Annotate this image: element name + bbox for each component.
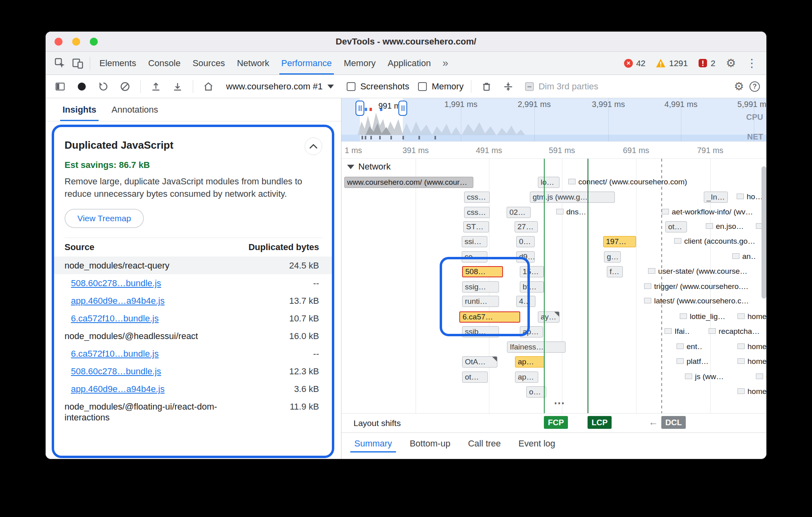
network-request[interactable]: ST… xyxy=(463,221,489,232)
record-button[interactable] xyxy=(74,79,90,95)
tab-sources[interactable]: Sources xyxy=(186,52,231,75)
upload-profile-icon[interactable] xyxy=(148,79,164,95)
dcl-marker-badge[interactable]: DCL xyxy=(661,416,686,429)
kebab-menu-icon[interactable]: ⋮ xyxy=(746,58,757,69)
network-request[interactable]: client (accounts.go… xyxy=(674,236,767,247)
tab-application[interactable]: Application xyxy=(382,52,437,75)
console-warnings-badge[interactable]: 1291 xyxy=(656,59,688,68)
overview-window-left-handle[interactable] xyxy=(356,101,364,116)
network-request[interactable]: runti… xyxy=(462,296,499,307)
inspect-icon[interactable] xyxy=(51,55,69,71)
network-request[interactable]: ssi… xyxy=(462,236,487,247)
network-request[interactable]: OtA… xyxy=(462,356,497,368)
tab-annotations[interactable]: Annotations xyxy=(106,98,164,121)
tab-event-log[interactable]: Event log xyxy=(510,433,564,454)
network-request[interactable]: an… xyxy=(732,251,755,263)
memory-checkbox[interactable]: Memory xyxy=(418,81,463,92)
fcp-marker-badge[interactable]: FCP xyxy=(544,416,568,429)
network-request[interactable]: aet-workflow-info/ (wv… xyxy=(662,207,767,218)
reload-and-record-button[interactable] xyxy=(95,79,111,95)
toggle-sidebar-icon[interactable] xyxy=(52,79,68,95)
network-request[interactable]: 0… xyxy=(516,236,535,247)
collapse-insight-button[interactable] xyxy=(305,137,322,155)
minimize-button[interactable] xyxy=(72,38,80,46)
network-request[interactable]: co… xyxy=(462,251,487,263)
source-file-link[interactable]: 508.60c278…bundle.js xyxy=(65,366,161,377)
network-request[interactable]: connect/ (www.coursehero.com) xyxy=(568,177,693,188)
network-request[interactable]: 197… xyxy=(603,236,636,247)
network-request[interactable]: d9… xyxy=(516,251,535,263)
scrollbar-thumb[interactable] xyxy=(762,166,766,299)
network-request[interactable]: 15… xyxy=(520,266,544,277)
network-request[interactable]: ay… xyxy=(538,311,560,323)
source-file-link[interactable]: app.460d9e…a94b4e.js xyxy=(65,384,165,394)
overview-window-right-handle[interactable] xyxy=(398,101,407,116)
network-request[interactable]: f… xyxy=(607,266,623,277)
download-profile-icon[interactable] xyxy=(170,79,186,95)
settings-gear-icon[interactable]: ⚙ xyxy=(726,58,736,69)
tab-console[interactable]: Console xyxy=(142,52,187,75)
tab-summary[interactable]: Summary xyxy=(345,433,401,454)
network-request[interactable]: www.coursehero.com/ (www.cour… xyxy=(344,177,473,188)
more-panels-icon[interactable]: » xyxy=(437,57,454,69)
network-request[interactable]: js (ww… xyxy=(685,372,731,383)
network-request[interactable]: en.jso… xyxy=(706,221,746,232)
capture-settings-icon[interactable] xyxy=(500,79,516,95)
network-request[interactable]: ent… xyxy=(677,341,703,353)
target-selector[interactable]: www.coursehero.com #1 xyxy=(222,81,338,92)
tab-insights[interactable]: Insights xyxy=(57,98,102,121)
network-request[interactable]: css… xyxy=(464,207,490,218)
help-icon[interactable]: ? xyxy=(749,81,760,92)
timeline-overview[interactable]: CPU NET 991 ms 1,991 ms2,991 ms3,991 ms4… xyxy=(341,98,767,141)
network-request[interactable]: lottie_lig… xyxy=(680,311,726,323)
network-request[interactable]: bf… xyxy=(520,281,544,293)
network-request[interactable]: o… xyxy=(526,386,546,398)
timeline-scrollbar[interactable] xyxy=(762,161,766,412)
more-requests-indicator[interactable]: ⋯ xyxy=(544,396,576,410)
network-request[interactable]: platf… xyxy=(677,356,709,368)
network-request[interactable]: ap… xyxy=(515,356,544,368)
network-request[interactable]: ssig… xyxy=(462,281,499,293)
network-request[interactable]: ap… xyxy=(515,372,538,383)
zoom-button[interactable] xyxy=(90,38,98,46)
dim-3rd-parties-checkbox[interactable]: Dim 3rd parties xyxy=(525,81,598,92)
network-request[interactable]: 508… xyxy=(462,266,503,277)
view-treemap-button[interactable]: View Treemap xyxy=(65,209,144,228)
lcp-marker-badge[interactable]: LCP xyxy=(588,416,612,429)
source-file-link[interactable]: 6.ca572f10…bundle.js xyxy=(65,348,159,359)
window-titlebar[interactable]: DevTools - www.coursehero.com/ xyxy=(46,32,766,52)
tab-call-tree[interactable]: Call tree xyxy=(459,433,510,454)
network-request[interactable]: recaptcha… xyxy=(709,326,765,337)
network-request[interactable]: ssib… xyxy=(462,326,499,337)
network-request[interactable]: css… xyxy=(464,192,490,203)
console-errors-badge[interactable]: × 42 xyxy=(624,59,645,68)
network-request[interactable]: trigger/ (www.coursehero.… xyxy=(644,281,766,293)
network-request[interactable]: ho… xyxy=(737,192,765,203)
device-toolbar-icon[interactable] xyxy=(69,55,87,71)
capture-gear-icon[interactable]: ⚙ xyxy=(734,81,744,92)
network-request[interactable]: 4… xyxy=(516,296,535,307)
network-request[interactable]: ot… xyxy=(462,372,488,383)
network-request[interactable]: ot… xyxy=(665,221,687,232)
network-request[interactable]: ap… xyxy=(520,326,543,337)
network-request[interactable]: Ifainess… xyxy=(507,341,566,353)
close-button[interactable] xyxy=(55,38,63,46)
tab-performance[interactable]: Performance xyxy=(275,52,338,75)
network-request[interactable]: lo… xyxy=(538,177,560,188)
network-request[interactable]: dns… xyxy=(556,207,585,218)
network-request[interactable]: _In… xyxy=(704,192,728,203)
tab-bottom-up[interactable]: Bottom-up xyxy=(401,433,459,454)
issues-badge[interactable]: 2 xyxy=(698,59,715,68)
source-file-link[interactable]: 6.ca572f10…bundle.js xyxy=(65,313,159,324)
network-request[interactable]: gtm.js (www.g… xyxy=(530,192,615,203)
collect-garbage-icon[interactable] xyxy=(479,79,495,95)
tab-elements[interactable]: Elements xyxy=(93,52,142,75)
network-request[interactable]: user-state/ (www.course… xyxy=(648,266,767,277)
network-request[interactable]: 27… xyxy=(515,221,538,232)
source-file-link[interactable]: 508.60c278…bundle.js xyxy=(65,278,161,289)
source-file-link[interactable]: app.460d9e…a94b4e.js xyxy=(65,295,165,306)
home-icon[interactable] xyxy=(200,79,216,95)
network-request[interactable]: 02… xyxy=(507,207,531,218)
network-request[interactable]: latest/ (www.coursehero.c… xyxy=(644,296,766,307)
screenshots-checkbox[interactable]: Screenshots xyxy=(347,81,409,92)
